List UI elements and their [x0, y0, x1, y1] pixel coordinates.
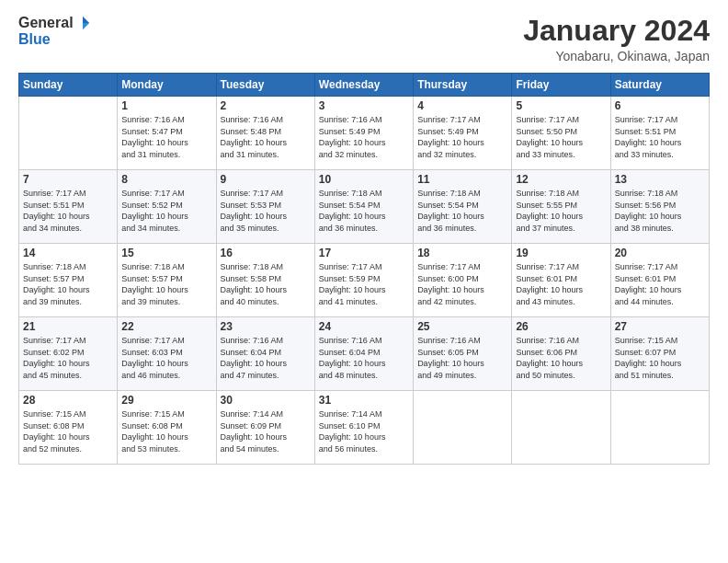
col-saturday: Saturday — [610, 74, 709, 97]
table-cell: 14Sunrise: 7:18 AM Sunset: 5:57 PM Dayli… — [19, 244, 118, 317]
table-cell: 12Sunrise: 7:18 AM Sunset: 5:55 PM Dayli… — [512, 170, 610, 244]
table-cell: 18Sunrise: 7:17 AM Sunset: 6:00 PM Dayli… — [414, 244, 512, 317]
day-number: 26 — [516, 320, 606, 333]
day-info: Sunrise: 7:18 AM Sunset: 5:56 PM Dayligh… — [615, 188, 705, 234]
table-cell: 21Sunrise: 7:17 AM Sunset: 6:02 PM Dayli… — [19, 317, 118, 391]
day-info: Sunrise: 7:18 AM Sunset: 5:58 PM Dayligh… — [221, 261, 311, 307]
week-row-1: 1Sunrise: 7:16 AM Sunset: 5:47 PM Daylig… — [19, 97, 710, 170]
day-info: Sunrise: 7:16 AM Sunset: 5:48 PM Dayligh… — [221, 114, 311, 160]
table-cell — [19, 97, 118, 170]
day-number: 10 — [319, 173, 409, 186]
table-cell: 5Sunrise: 7:17 AM Sunset: 5:50 PM Daylig… — [512, 97, 610, 170]
day-info: Sunrise: 7:18 AM Sunset: 5:57 PM Dayligh… — [121, 261, 211, 307]
table-cell: 19Sunrise: 7:17 AM Sunset: 6:01 PM Dayli… — [512, 244, 610, 317]
day-number: 5 — [516, 99, 606, 112]
col-sunday: Sunday — [19, 74, 118, 97]
day-info: Sunrise: 7:18 AM Sunset: 5:54 PM Dayligh… — [417, 188, 507, 234]
logo-icon — [74, 15, 91, 31]
day-info: Sunrise: 7:17 AM Sunset: 5:53 PM Dayligh… — [221, 188, 311, 234]
day-number: 30 — [221, 394, 311, 407]
col-tuesday: Tuesday — [216, 74, 314, 97]
day-number: 25 — [417, 320, 507, 333]
table-cell — [610, 391, 709, 465]
table-cell: 26Sunrise: 7:16 AM Sunset: 6:06 PM Dayli… — [512, 317, 610, 391]
day-number: 11 — [417, 173, 507, 186]
table-cell: 4Sunrise: 7:17 AM Sunset: 5:49 PM Daylig… — [414, 97, 512, 170]
week-row-4: 21Sunrise: 7:17 AM Sunset: 6:02 PM Dayli… — [19, 317, 710, 391]
table-cell: 30Sunrise: 7:14 AM Sunset: 6:09 PM Dayli… — [216, 391, 314, 465]
calendar-header-row: Sunday Monday Tuesday Wednesday Thursday… — [19, 74, 710, 97]
day-info: Sunrise: 7:18 AM Sunset: 5:54 PM Dayligh… — [319, 188, 409, 234]
table-cell: 20Sunrise: 7:17 AM Sunset: 6:01 PM Dayli… — [610, 244, 709, 317]
table-cell: 24Sunrise: 7:16 AM Sunset: 6:04 PM Dayli… — [314, 317, 413, 391]
table-cell: 9Sunrise: 7:17 AM Sunset: 5:53 PM Daylig… — [216, 170, 314, 244]
table-cell: 11Sunrise: 7:18 AM Sunset: 5:54 PM Dayli… — [414, 170, 512, 244]
table-cell: 31Sunrise: 7:14 AM Sunset: 6:10 PM Dayli… — [314, 391, 413, 465]
day-info: Sunrise: 7:17 AM Sunset: 6:02 PM Dayligh… — [23, 335, 113, 381]
day-info: Sunrise: 7:16 AM Sunset: 5:47 PM Dayligh… — [121, 114, 211, 160]
svg-marker-0 — [83, 17, 89, 23]
day-info: Sunrise: 7:16 AM Sunset: 6:05 PM Dayligh… — [417, 335, 507, 381]
table-cell: 25Sunrise: 7:16 AM Sunset: 6:05 PM Dayli… — [414, 317, 512, 391]
day-info: Sunrise: 7:16 AM Sunset: 6:04 PM Dayligh… — [221, 335, 311, 381]
day-info: Sunrise: 7:16 AM Sunset: 6:06 PM Dayligh… — [516, 335, 606, 381]
day-info: Sunrise: 7:17 AM Sunset: 5:51 PM Dayligh… — [615, 114, 705, 160]
day-info: Sunrise: 7:14 AM Sunset: 6:10 PM Dayligh… — [319, 408, 409, 454]
day-number: 20 — [615, 247, 705, 259]
title-block: January 2024 Yonabaru, Okinawa, Japan — [523, 15, 710, 63]
day-number: 12 — [516, 173, 606, 186]
table-cell: 2Sunrise: 7:16 AM Sunset: 5:48 PM Daylig… — [216, 97, 314, 170]
table-cell: 13Sunrise: 7:18 AM Sunset: 5:56 PM Dayli… — [610, 170, 709, 244]
day-number: 8 — [121, 173, 211, 186]
day-info: Sunrise: 7:17 AM Sunset: 5:59 PM Dayligh… — [319, 261, 409, 307]
table-cell — [512, 391, 610, 465]
day-info: Sunrise: 7:15 AM Sunset: 6:08 PM Dayligh… — [121, 408, 211, 454]
col-wednesday: Wednesday — [314, 74, 413, 97]
day-number: 15 — [121, 247, 211, 259]
day-number: 18 — [417, 247, 507, 259]
table-cell: 23Sunrise: 7:16 AM Sunset: 6:04 PM Dayli… — [216, 317, 314, 391]
day-info: Sunrise: 7:17 AM Sunset: 5:49 PM Dayligh… — [417, 114, 507, 160]
day-number: 22 — [121, 320, 211, 333]
table-cell: 17Sunrise: 7:17 AM Sunset: 5:59 PM Dayli… — [314, 244, 413, 317]
table-cell: 28Sunrise: 7:15 AM Sunset: 6:08 PM Dayli… — [19, 391, 118, 465]
day-number: 23 — [221, 320, 311, 333]
day-info: Sunrise: 7:17 AM Sunset: 6:01 PM Dayligh… — [516, 261, 606, 307]
day-number: 7 — [23, 173, 113, 186]
day-number: 13 — [615, 173, 705, 186]
location: Yonabaru, Okinawa, Japan — [523, 49, 710, 63]
day-number: 29 — [121, 394, 211, 407]
day-info: Sunrise: 7:14 AM Sunset: 6:09 PM Dayligh… — [221, 408, 311, 454]
day-info: Sunrise: 7:18 AM Sunset: 5:55 PM Dayligh… — [516, 188, 606, 234]
day-info: Sunrise: 7:17 AM Sunset: 6:00 PM Dayligh… — [417, 261, 507, 307]
logo-general-text: General — [18, 15, 74, 31]
day-number: 27 — [615, 320, 705, 333]
day-number: 9 — [221, 173, 311, 186]
table-cell: 3Sunrise: 7:16 AM Sunset: 5:49 PM Daylig… — [314, 97, 413, 170]
day-number: 28 — [23, 394, 113, 407]
calendar: Sunday Monday Tuesday Wednesday Thursday… — [18, 73, 710, 465]
day-info: Sunrise: 7:17 AM Sunset: 5:51 PM Dayligh… — [23, 188, 113, 234]
day-number: 19 — [516, 247, 606, 259]
logo: General Blue — [18, 15, 91, 48]
col-monday: Monday — [118, 74, 216, 97]
table-cell: 10Sunrise: 7:18 AM Sunset: 5:54 PM Dayli… — [314, 170, 413, 244]
table-cell: 6Sunrise: 7:17 AM Sunset: 5:51 PM Daylig… — [610, 97, 709, 170]
table-cell: 22Sunrise: 7:17 AM Sunset: 6:03 PM Dayli… — [118, 317, 216, 391]
day-number: 2 — [221, 99, 311, 112]
week-row-3: 14Sunrise: 7:18 AM Sunset: 5:57 PM Dayli… — [19, 244, 710, 317]
svg-marker-1 — [83, 23, 89, 29]
col-thursday: Thursday — [414, 74, 512, 97]
day-number: 6 — [615, 99, 705, 112]
day-info: Sunrise: 7:17 AM Sunset: 5:52 PM Dayligh… — [121, 188, 211, 234]
table-cell: 29Sunrise: 7:15 AM Sunset: 6:08 PM Dayli… — [118, 391, 216, 465]
month-title: January 2024 — [523, 15, 710, 47]
day-number: 1 — [121, 99, 211, 112]
table-cell: 7Sunrise: 7:17 AM Sunset: 5:51 PM Daylig… — [19, 170, 118, 244]
table-cell: 8Sunrise: 7:17 AM Sunset: 5:52 PM Daylig… — [118, 170, 216, 244]
col-friday: Friday — [512, 74, 610, 97]
day-number: 16 — [221, 247, 311, 259]
table-cell: 16Sunrise: 7:18 AM Sunset: 5:58 PM Dayli… — [216, 244, 314, 317]
header: General Blue January 2024 Yonabaru, Okin… — [18, 15, 710, 63]
table-cell: 27Sunrise: 7:15 AM Sunset: 6:07 PM Dayli… — [610, 317, 709, 391]
